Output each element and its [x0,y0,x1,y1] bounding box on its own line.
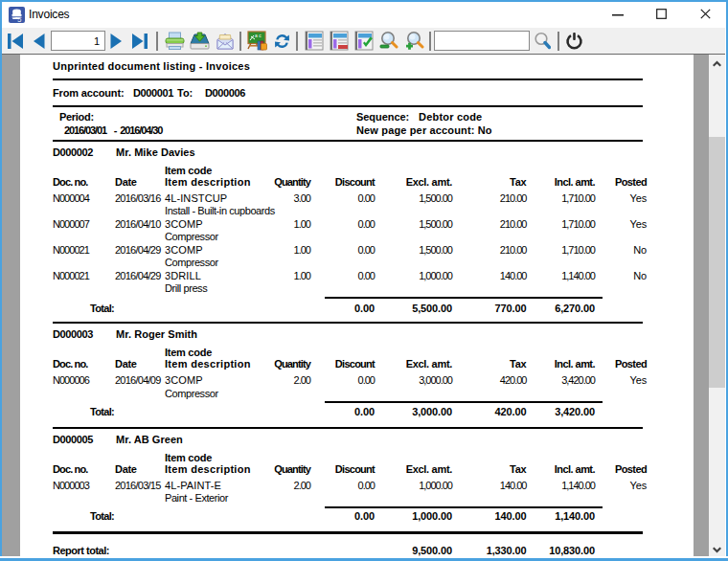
svg-text:a c: a c [255,33,262,38]
